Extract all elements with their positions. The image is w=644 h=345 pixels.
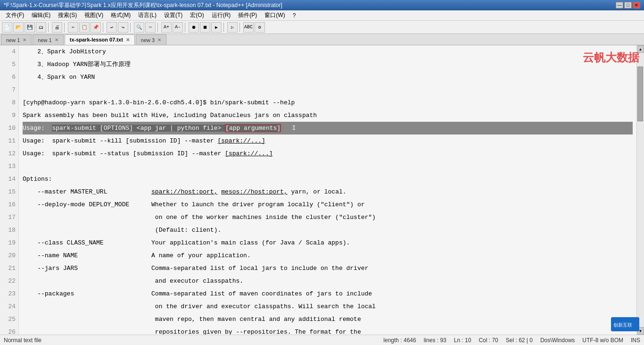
line-number: 16 (2, 198, 16, 211)
redo-button[interactable]: ↪ (118, 22, 128, 33)
abc-button[interactable]: ABC (243, 22, 254, 33)
status-sel: Sel : 62 | 0 (506, 337, 533, 344)
line-number: 6 (2, 71, 16, 84)
menu-help[interactable]: ? (289, 11, 300, 20)
line-number: 26 (2, 326, 16, 335)
menu-format[interactable]: 格式(M) (107, 10, 134, 20)
tab-main[interactable]: tx-spark-lesson 07.txt ✕ (65, 34, 135, 45)
menubar: 文件(F) 编辑(E) 搜索(S) 视图(V) 格式(M) 语言(L) 设置(T… (0, 10, 644, 21)
run-button[interactable]: ▷ (227, 22, 238, 33)
status-length: length : 4646 (383, 337, 416, 344)
code-line-24: on the driver and executor classpaths. W… (23, 300, 633, 313)
code-line-6: 4、Spark on YARN (23, 71, 633, 84)
menu-search[interactable]: 搜索(S) (54, 10, 81, 20)
code-line-19: --class CLASS_NAME Your application's ma… (23, 236, 633, 249)
macro-rec-button[interactable]: ⏺ (189, 22, 199, 33)
line-number: 24 (2, 300, 16, 313)
line-number: 14 (2, 173, 16, 185)
code-area[interactable]: 2、Spark JobHistory 3、Hadoop YARN部署与工作原理 … (19, 45, 636, 335)
zoom-in-button[interactable]: A+ (161, 22, 172, 33)
line-number: 13 (2, 160, 16, 173)
find-button[interactable]: 🔍 (134, 22, 144, 33)
maximize-button[interactable]: □ (624, 2, 632, 8)
code-line-22: and executor classpaths. (23, 275, 633, 287)
line-number: 7 (2, 84, 16, 96)
line-number: 21 (2, 262, 16, 275)
menu-settings[interactable]: 设置(T) (160, 10, 186, 20)
line-number: 23 (2, 287, 16, 300)
scroll-track[interactable] (637, 53, 644, 327)
tab-new3-label: new 3 (141, 37, 155, 43)
tab-new1-close[interactable]: ✕ (23, 37, 26, 42)
menu-language[interactable]: 语言(L) (134, 10, 160, 20)
toolbar-sep-1 (48, 23, 50, 32)
menu-plugins[interactable]: 插件(P) (234, 10, 261, 20)
window-title: *F:\Spark-1.x-Course\零基础学习Spark 1.x应用开发系… (4, 1, 616, 9)
status-encoding: UTF-8 w/o BOM (582, 337, 623, 344)
code-line-20: --name NAME A name of your application. (23, 249, 633, 262)
code-line-23: --packages Comma-separated list of maven… (23, 287, 633, 300)
close-button[interactable]: ✕ (633, 2, 640, 8)
statusbar: Normal text file length : 4646 lines : 9… (0, 335, 644, 345)
line-number: 19 (2, 236, 16, 249)
copy-button[interactable]: 📋 (79, 22, 90, 33)
code-line-15: --master MASTER_URL spark://host:port, m… (23, 185, 633, 198)
code-line-7 (23, 84, 633, 96)
window-controls[interactable]: — □ ✕ (616, 2, 640, 8)
line-number: 4 (2, 45, 16, 58)
code-line-9: Spark assembly has been built with Hive,… (23, 109, 633, 122)
menu-view[interactable]: 视图(V) (81, 10, 107, 20)
tab-main-label: tx-spark-lesson 07.txt (70, 37, 123, 42)
menu-macro[interactable]: 宏(O) (186, 10, 207, 20)
paste-button[interactable]: 📌 (91, 22, 101, 33)
menu-file[interactable]: 文件(F) (2, 10, 28, 20)
scroll-thumb[interactable] (637, 67, 643, 121)
tab-main-close[interactable]: ✕ (126, 37, 130, 42)
scrollbar-y[interactable]: ▲ ▼ (636, 45, 644, 335)
minimize-button[interactable]: — (616, 2, 623, 8)
menu-run[interactable]: 运行(R) (208, 10, 235, 20)
replace-button[interactable]: ↔ (145, 22, 156, 33)
status-col: Col : 70 (479, 337, 498, 344)
scroll-down-button[interactable]: ▼ (637, 327, 644, 335)
toolbar-sep-8 (239, 23, 241, 32)
undo-button[interactable]: ↩ (107, 22, 117, 33)
code-line-11: Usage: spark-submit --kill [submission I… (23, 135, 633, 147)
tab-new3-close[interactable]: ✕ (157, 37, 161, 42)
toolbar-sep-3 (103, 23, 105, 32)
tab-new2-close[interactable]: ✕ (55, 37, 58, 42)
code-line-4: 2、Spark JobHistory (23, 45, 633, 58)
tab-new2[interactable]: new 1 ✕ (33, 34, 63, 45)
status-ins: INS (631, 337, 640, 344)
print-button[interactable]: 🖨 (52, 22, 62, 33)
macro-stop-button[interactable]: ⏹ (200, 22, 210, 33)
macro-play-button[interactable]: ▶ (211, 22, 222, 33)
tab-new1[interactable]: new 1 ✕ (1, 34, 32, 45)
menu-edit[interactable]: 编辑(E) (28, 10, 54, 20)
line-number: 22 (2, 275, 16, 287)
line-number: 12 (2, 147, 16, 160)
statusbar-left: Normal text file (4, 337, 41, 344)
line-number: 9 (2, 109, 16, 122)
line-number: 25 (2, 313, 16, 326)
line-number: 10 (2, 122, 16, 135)
code-line-25: maven repo, then maven central and any a… (23, 313, 633, 326)
new-button[interactable]: 📄 (2, 22, 12, 33)
zoom-out-button[interactable]: A- (173, 22, 183, 33)
status-ln: Ln : 10 (454, 337, 471, 344)
menu-window[interactable]: 窗口(W) (261, 10, 289, 20)
toolbar-sep-4 (130, 23, 132, 32)
save-button[interactable]: 💾 (25, 22, 35, 33)
save-all-button[interactable]: 🗂 (36, 22, 46, 33)
code-line-26: repositories given by --repositories. Th… (23, 326, 633, 335)
line-number: 5 (2, 58, 16, 71)
toolbar: 📄 📂 💾 🗂 🖨 ✂ 📋 📌 ↩ ↪ 🔍 ↔ A+ A- ⏺ ⏹ ▶ ▷ AB… (0, 21, 644, 34)
open-button[interactable]: 📂 (13, 22, 24, 33)
cut-button[interactable]: ✂ (68, 22, 78, 33)
scroll-up-button[interactable]: ▲ (637, 45, 644, 53)
tab-new3[interactable]: new 3 ✕ (136, 34, 166, 45)
line-number: 20 (2, 249, 16, 262)
toolbar-sep-6 (185, 23, 187, 32)
settings-btn2[interactable]: ⚙ (255, 22, 265, 33)
toolbar-sep-5 (157, 23, 159, 32)
